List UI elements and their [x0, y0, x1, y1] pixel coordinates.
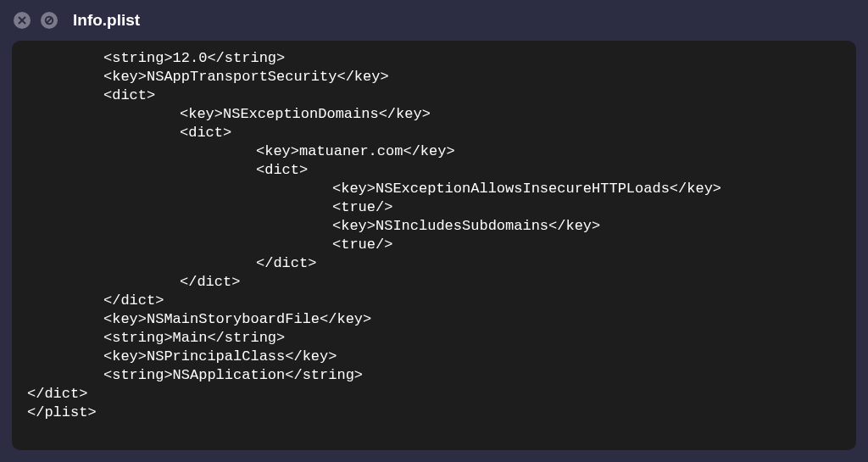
code-line: <key>matuaner.com</key>: [27, 142, 841, 161]
code-line: </dict>: [27, 273, 841, 292]
tab-bar: Info.plist: [0, 0, 868, 41]
code-line: <dict>: [27, 124, 841, 142]
code-line: <string>NSApplication</string>: [27, 366, 841, 385]
code-line: <dict>: [27, 161, 841, 180]
tab-title[interactable]: Info.plist: [73, 11, 140, 30]
code-line: <true/>: [27, 198, 841, 217]
disable-icon[interactable]: [41, 12, 58, 29]
code-line: <string>12.0</string>: [27, 49, 841, 68]
code-line: <key>NSAppTransportSecurity</key>: [27, 68, 841, 86]
editor-area: <string>12.0</string><key>NSAppTransport…: [0, 41, 868, 462]
code-line: <key>NSMainStoryboardFile</key>: [27, 310, 841, 329]
code-line: <key>NSExceptionDomains</key>: [27, 105, 841, 124]
code-content: <string>12.0</string><key>NSAppTransport…: [27, 49, 841, 422]
code-line: <string>Main</string>: [27, 329, 841, 348]
code-line: <key>NSExceptionAllowsInsecureHTTPLoads<…: [27, 180, 841, 198]
code-line: </dict>: [27, 385, 841, 404]
svg-line-3: [47, 18, 52, 23]
code-line: <key>NSIncludesSubdomains</key>: [27, 217, 841, 236]
code-line: <key>NSPrincipalClass</key>: [27, 348, 841, 366]
code-line: <dict>: [27, 86, 841, 105]
code-line: </dict>: [27, 292, 841, 310]
editor-window: Info.plist <string>12.0</string><key>NSA…: [0, 0, 868, 462]
close-icon[interactable]: [14, 12, 31, 29]
code-editor[interactable]: <string>12.0</string><key>NSAppTransport…: [12, 41, 856, 450]
code-line: </dict>: [27, 254, 841, 273]
code-line: <true/>: [27, 236, 841, 254]
code-line: </plist>: [27, 404, 841, 422]
